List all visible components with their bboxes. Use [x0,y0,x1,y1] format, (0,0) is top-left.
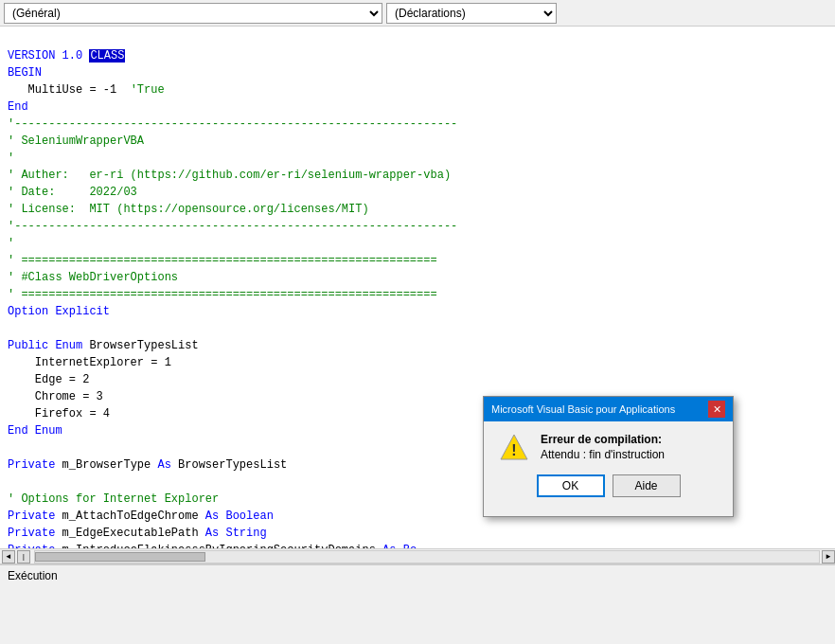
svg-text:!: ! [511,442,516,458]
line-edge: Edge = 2 [8,373,89,386]
line-browser-type: Private m_BrowserType As BrowserTypesLis… [8,458,287,472]
line-comment1: '---------------------------------------… [8,117,457,131]
line-chrome: Chrome = 3 [8,390,103,403]
status-bar: Exécution [0,564,835,585]
line-attach: Private m_AttachToEdgeChrome As Boolean [8,510,274,523]
line-equals1: ' ======================================… [8,254,437,267]
line-firefox: Firefox = 4 [8,407,110,420]
code-editor[interactable]: VERSION 1.0 CLASS BEGIN MultiUse = -1 'T… [0,27,835,564]
dropdown-bar: (Général) (Déclarations) [0,0,835,27]
line-end-enum: End Enum [8,424,62,438]
scroll-left-icons: ◄ | [0,550,32,564]
dialog-text-block: Erreur de compilation: Attendu : fin d'i… [541,433,665,463]
line-multiuse: MultiUse = -1 'True [8,83,165,97]
line-enum: Public Enum BrowserTypesList [8,339,199,352]
dialog-body: ! Erreur de compilation: Attendu : fin d… [484,421,733,516]
scrollbar-thumb[interactable] [35,552,205,562]
split-btn[interactable]: | [17,550,30,564]
line-version: VERSION 1.0 CLASS [8,49,125,63]
line-comment7: '---------------------------------------… [8,220,457,233]
general-dropdown[interactable]: (Général) [4,3,382,24]
status-label: Exécution [8,569,58,582]
line-comment2: ' SeleniumWrapperVBA [8,134,144,148]
line-comment5: ' Date: 2022/03 [8,186,137,199]
line-option: Option Explicit [8,305,110,318]
app-window: (Général) (Déclarations) VERSION 1.0 CLA… [0,0,835,644]
warning-icon: ! [499,433,529,463]
line-begin: BEGIN [8,66,42,80]
line-comment6: ' License: MIT (https://opensource.org/l… [8,203,369,216]
dialog-close-button[interactable]: ✕ [708,401,725,418]
line-comment-ie: ' Options for Internet Explorer [8,492,219,506]
line-comment4: ' Auther: er-ri (https://github.com/er-r… [8,169,451,182]
class-highlight: CLASS [89,49,125,63]
scroll-right-btn[interactable]: ► [822,550,835,564]
line-ie: InternetExplorer = 1 [8,356,171,369]
dialog-message-row: ! Erreur de compilation: Attendu : fin d… [499,433,718,463]
dialog-error-message: Attendu : fin d'instruction [541,446,665,463]
line-class-comment: ' #Class WebDriverOptions [8,271,178,284]
error-dialog: Microsoft Visual Basic pour Applications… [483,396,734,517]
line-comment3: ' [8,152,14,165]
dialog-ok-button[interactable]: OK [537,474,605,497]
declarations-dropdown[interactable]: (Déclarations) [386,3,557,24]
dialog-title-bar: Microsoft Visual Basic pour Applications… [484,397,733,421]
line-equals2: ' ======================================… [8,288,437,301]
dialog-aide-button[interactable]: Aide [613,474,681,497]
line-comment8: ' [8,237,14,250]
dialog-title: Microsoft Visual Basic pour Applications [491,403,675,415]
scroll-left-btn[interactable]: ◄ [2,550,15,564]
horizontal-scrollbar-area: ◄ | ► [0,548,835,564]
line-end: End [8,100,28,114]
dialog-buttons: OK Aide [499,471,718,505]
horizontal-scrollbar[interactable] [34,550,820,564]
dialog-error-title: Erreur de compilation: [541,433,665,446]
line-edge-path: Private m_EdgeExecutablePath As String [8,527,267,540]
